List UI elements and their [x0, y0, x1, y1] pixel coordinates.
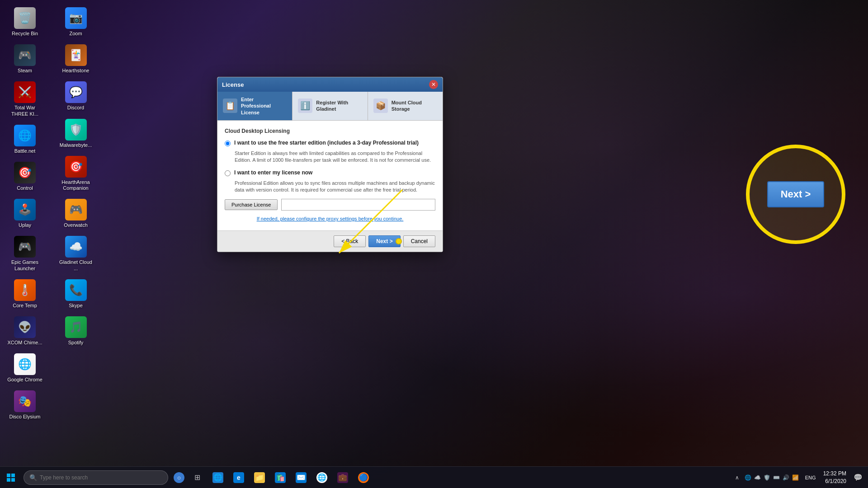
- desktop-icon-battlenet[interactable]: 🌐 Battle.net: [5, 122, 45, 157]
- taskbar-language[interactable]: ENG: [803, 475, 818, 480]
- taskbar-right: ∧ 🌐 ☁️ 🛡️ ⌨️ 🔊 📶 ENG 12:32 PM 6/1/2020 💬: [734, 470, 868, 485]
- taskbar-app-explorer[interactable]: 🌐: [208, 468, 228, 488]
- desktop-icon-xcom[interactable]: 👽 XCOM Chime...: [5, 314, 45, 348]
- start-button[interactable]: [0, 467, 22, 488]
- taskbar-app-files[interactable]: 📁: [250, 468, 269, 488]
- control-label: Control: [17, 185, 33, 191]
- svg-rect-4: [7, 478, 10, 482]
- back-button[interactable]: < Back: [334, 235, 366, 247]
- notification-center-button[interactable]: 💬: [852, 473, 864, 482]
- task-view-button[interactable]: ⊞: [188, 469, 206, 487]
- xcom-icon: 👽: [14, 316, 36, 338]
- desktop-icon-coretemp[interactable]: 🌡️ Core Temp: [5, 277, 45, 311]
- taskbar-app-slack[interactable]: 💼: [333, 468, 353, 488]
- radio-free[interactable]: [225, 141, 231, 146]
- proxy-settings-link[interactable]: If needed, please configure the proxy se…: [225, 216, 435, 221]
- uplay-label: Uplay: [19, 222, 31, 228]
- taskbar-pinned-apps: 🌐 e 📁 🛍️ ✉️ 🌐 💼 🔵: [208, 467, 373, 488]
- battlenet-label: Battle.net: [14, 148, 35, 154]
- license-key-input[interactable]: [281, 199, 435, 211]
- taskbar-app-store[interactable]: 🛍️: [270, 468, 290, 488]
- desktop-icon-disco[interactable]: 🎭 Disco Elysium: [5, 388, 45, 422]
- radio-license[interactable]: [225, 170, 231, 176]
- option-license-label[interactable]: I want to enter my license now: [234, 169, 312, 176]
- desktop-icon-epic[interactable]: 🎮 Epic Games Launcher: [5, 233, 45, 274]
- taskbar-search-bar[interactable]: 🔍: [24, 470, 168, 485]
- recycle-bin-icon: 🗑️: [14, 7, 36, 29]
- taskbar-edge-icon: e: [233, 472, 244, 483]
- wizard-step-register[interactable]: ℹ️ Register WithGladinet: [292, 92, 368, 120]
- desktop-icon-overwatch[interactable]: 🎮 Overwatch: [56, 196, 96, 231]
- coretemp-label: Core Temp: [13, 303, 37, 309]
- totalwar-icon: ⚔️: [14, 81, 36, 103]
- wizard-step-license[interactable]: 📋 EnterProfessionalLicense: [217, 92, 292, 120]
- desktop-icon-hearthstone[interactable]: 🃏 Hearthstone: [56, 42, 96, 76]
- desktop-icon-malwarebytes[interactable]: 🛡️ Malwarebyte...: [56, 116, 96, 151]
- coretemp-icon: 🌡️: [14, 279, 36, 301]
- chrome-icon: 🌐: [14, 353, 36, 375]
- heartharena-label: HearthArena Companion: [58, 179, 94, 191]
- next-button-dot: [396, 238, 402, 244]
- hearthstone-icon: 🃏: [65, 44, 87, 66]
- systray-wifi-icon[interactable]: 📶: [791, 474, 800, 482]
- taskbar-app-chrome[interactable]: 🌐: [312, 468, 332, 488]
- systray-onedrive-icon[interactable]: ☁️: [753, 474, 762, 482]
- heartharena-icon: 🎯: [65, 156, 87, 178]
- next-button[interactable]: Next >: [368, 235, 400, 247]
- desktop-icon-gladinet[interactable]: ☁️ Gladinet Cloud ...: [56, 233, 96, 274]
- search-icon: 🔍: [29, 474, 37, 481]
- systray-volume-icon[interactable]: 🔊: [782, 474, 790, 482]
- taskbar-browser2-icon: 🔵: [358, 472, 369, 483]
- disco-icon: 🎭: [14, 390, 36, 412]
- step-register-icon: ℹ️: [298, 99, 312, 113]
- desktop-icon-recycle-bin[interactable]: 🗑️ Recycle Bin: [5, 5, 45, 39]
- desktop-icon-spotify[interactable]: 🎵 Spotify: [56, 314, 96, 348]
- desktop-icon-totalwar[interactable]: ⚔️ Total War THREE KI...: [5, 79, 45, 119]
- battlenet-icon: 🌐: [14, 125, 36, 146]
- wizard-step-cloud[interactable]: 📦 Mount CloudStorage: [368, 92, 443, 120]
- desktop-icon-zoom[interactable]: 📷 Zoom: [56, 5, 96, 39]
- systray-network-icon[interactable]: 🌐: [744, 474, 752, 482]
- hearthstone-label: Hearthstone: [62, 68, 90, 74]
- zoom-label: Zoom: [69, 31, 82, 37]
- taskbar-app-browser2[interactable]: 🔵: [354, 468, 373, 488]
- systray-keyboard-icon[interactable]: ⌨️: [772, 474, 781, 482]
- desktop-icon-skype[interactable]: 📞 Skype: [56, 277, 96, 311]
- taskbar-app-edge[interactable]: e: [229, 468, 249, 488]
- cortana-icon: ○: [174, 472, 184, 483]
- taskbar-store-icon: 🛍️: [275, 472, 286, 483]
- task-view-icon: ⊞: [194, 473, 200, 482]
- taskbar-slack-icon: 💼: [337, 472, 348, 483]
- search-input[interactable]: [40, 474, 162, 481]
- taskbar-clock[interactable]: 12:32 PM 6/1/2020: [820, 470, 850, 485]
- option-free-description: Starter Edition is always free with limi…: [235, 150, 435, 164]
- disco-label: Disco Elysium: [9, 414, 40, 420]
- control-icon: 🎯: [14, 162, 36, 183]
- taskbar: 🔍 ○ ⊞ 🌐 e 📁 🛍️ ✉️ 🌐 💼 🔵: [0, 466, 868, 488]
- taskbar-systray: 🌐 ☁️ 🛡️ ⌨️ 🔊 📶: [742, 474, 802, 482]
- desktop-icon-discord[interactable]: 💬 Discord: [56, 79, 96, 113]
- option-free-label[interactable]: I want to use the free starter edition (…: [234, 140, 419, 146]
- systray-security-icon[interactable]: 🛡️: [763, 474, 771, 482]
- epic-icon: 🎮: [14, 236, 36, 258]
- dialog-close-button[interactable]: ✕: [429, 80, 438, 89]
- desktop-icon-uplay[interactable]: 🕹️ Uplay: [5, 196, 45, 231]
- purchase-license-button[interactable]: Purchase License: [225, 199, 278, 210]
- uplay-icon: 🕹️: [14, 199, 36, 221]
- taskbar-app-mail[interactable]: ✉️: [291, 468, 311, 488]
- systray-chevron[interactable]: ∧: [734, 474, 740, 482]
- dialog-content: Cloud Desktop Licensing I want to use th…: [217, 121, 443, 231]
- desktop-icon-chrome[interactable]: 🌐 Google Chrome: [5, 351, 45, 385]
- cortana-button[interactable]: ○: [170, 469, 188, 487]
- option-free: I want to use the free starter edition (…: [225, 140, 435, 146]
- taskbar-mail-icon: ✉️: [296, 472, 307, 483]
- desktop-icon-control[interactable]: 🎯 Control: [5, 159, 45, 194]
- desktop-icon-steam[interactable]: 🎮 Steam: [5, 42, 45, 76]
- desktop-icon-heartharena[interactable]: 🎯 HearthArena Companion: [56, 153, 96, 194]
- cancel-button[interactable]: Cancel: [403, 235, 435, 247]
- discord-label: Discord: [67, 105, 84, 111]
- gladinet-icon: ☁️: [65, 236, 87, 258]
- windows-logo-icon: [6, 473, 15, 482]
- totalwar-label: Total War THREE KI...: [7, 105, 42, 117]
- svg-rect-2: [7, 474, 10, 477]
